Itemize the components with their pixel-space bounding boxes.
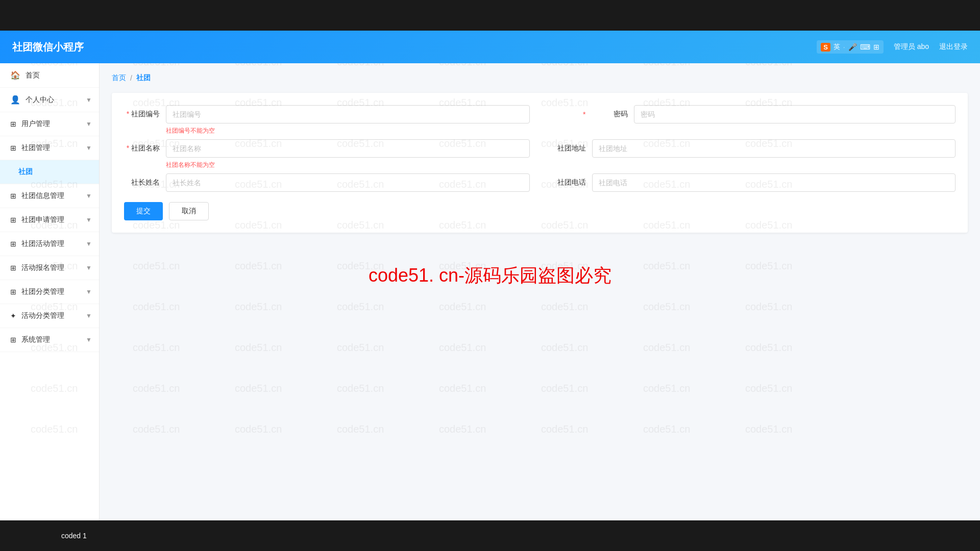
toolbar-s-icon: S	[821, 43, 830, 52]
sidebar-label-user-mgmt: 用户管理	[21, 119, 50, 129]
form-group-club-phone: 社团电话	[550, 173, 956, 192]
header: 社团微信小程序 S 英 · 🎤 ⌨ ⊞ 管理员 abo 退出登录	[0, 31, 980, 63]
form-row-3: 社长姓名 社团电话	[124, 173, 955, 192]
sidebar-label-club-info: 社团信息管理	[21, 191, 64, 201]
password-label: 密码	[592, 110, 628, 119]
activity-reg-arrow: ▼	[86, 264, 92, 271]
system-icon: ⊞	[10, 336, 16, 344]
sidebar-label-activity-reg: 活动报名管理	[21, 263, 64, 272]
sidebar-item-activity-reg[interactable]: ⊞ 活动报名管理 ▼	[0, 256, 99, 280]
president-input[interactable]	[166, 173, 530, 192]
activity-reg-icon: ⊞	[10, 264, 16, 272]
club-mgmt-icon: ⊞	[10, 144, 16, 152]
system-arrow: ▼	[86, 336, 92, 343]
club-phone-input[interactable]	[592, 173, 956, 192]
club-category-icon: ⊞	[10, 288, 16, 296]
club-category-arrow: ▼	[86, 288, 92, 295]
sidebar-label-club: 社团	[18, 167, 33, 177]
sidebar-item-club-mgmt[interactable]: ⊞ 社团管理 ▼	[0, 136, 99, 160]
club-info-arrow: ▼	[86, 192, 92, 199]
toolbar-lang: 英	[834, 42, 840, 52]
form-group-club-number: 社团编号 社团编号不能为空	[124, 105, 530, 135]
password-inline: * 密码	[550, 105, 956, 123]
sidebar-item-club[interactable]: 社团	[0, 160, 99, 184]
bottom-bar: coded 1	[0, 520, 980, 551]
club-phone-inline: 社团电话	[550, 173, 956, 192]
club-phone-label: 社团电话	[550, 178, 586, 187]
club-number-error: 社团编号不能为空	[166, 127, 530, 135]
sidebar-label-personal: 个人中心	[26, 95, 54, 105]
club-number-inline: 社团编号	[124, 105, 530, 123]
submit-button[interactable]: 提交	[124, 202, 163, 220]
club-mgmt-arrow: ▼	[86, 144, 92, 152]
sidebar-item-activity-category[interactable]: ✦ 活动分类管理 ▼	[0, 304, 99, 328]
toolbar-mic-icon: 🎤	[848, 43, 857, 51]
user-mgmt-icon: ⊞	[10, 120, 16, 128]
layout: 🏠 首页 👤 个人中心 ▼ ⊞ 用户管理 ▼ ⊞ 社团管理 ▼ 社团 ⊞ 社团信…	[0, 63, 980, 520]
club-name-inline: 社团名称	[124, 139, 530, 158]
club-apply-arrow: ▼	[86, 216, 92, 223]
header-right: S 英 · 🎤 ⌨ ⊞ 管理员 abo 退出登录	[817, 40, 968, 54]
sidebar-item-club-info[interactable]: ⊞ 社团信息管理 ▼	[0, 184, 99, 208]
breadcrumb-home[interactable]: 首页	[112, 73, 126, 83]
sidebar-item-personal[interactable]: 👤 个人中心 ▼	[0, 88, 99, 112]
personal-icon: 👤	[10, 95, 20, 105]
app-title: 社团微信小程序	[12, 40, 84, 54]
sidebar-item-system[interactable]: ⊞ 系统管理 ▼	[0, 328, 99, 352]
sidebar-label-club-activity: 社团活动管理	[21, 239, 64, 248]
password-input[interactable]	[634, 105, 956, 123]
president-label: 社长姓名	[124, 178, 160, 187]
sidebar-label-home: 首页	[26, 71, 40, 80]
toolbar-kbd-icon: ⌨	[860, 43, 870, 51]
sidebar-label-club-apply: 社团申请管理	[21, 215, 64, 224]
form-row-2: 社团名称 社团名称不能为空 社团地址	[124, 139, 955, 169]
club-apply-icon: ⊞	[10, 216, 16, 224]
toolbar-sep1: ·	[843, 43, 845, 51]
breadcrumb-separator: /	[130, 74, 132, 82]
sidebar-item-user-mgmt[interactable]: ⊞ 用户管理 ▼	[0, 112, 99, 136]
form-group-president: 社长姓名	[124, 173, 530, 192]
sidebar-item-club-category[interactable]: ⊞ 社团分类管理 ▼	[0, 280, 99, 304]
sidebar-item-home[interactable]: 🏠 首页	[0, 63, 99, 88]
sidebar-label-system: 系统管理	[21, 335, 50, 344]
toolbar-grid-icon: ⊞	[873, 43, 879, 51]
president-inline: 社长姓名	[124, 173, 530, 192]
club-address-label: 社团地址	[550, 144, 586, 153]
main-content: 首页 / 社团 社团编号 社团编号不能为空 * 密码	[100, 63, 980, 520]
bottom-label: coded 1	[61, 532, 87, 540]
header-toolbar: S 英 · 🎤 ⌨ ⊞	[817, 40, 884, 54]
activity-category-arrow: ▼	[86, 312, 92, 319]
breadcrumb: 首页 / 社团	[112, 73, 968, 83]
header-username: 管理员 abo	[894, 42, 929, 52]
home-icon: 🏠	[10, 70, 20, 80]
club-activity-arrow: ▼	[86, 240, 92, 247]
user-mgmt-arrow: ▼	[86, 120, 92, 128]
form-actions: 提交 取消	[124, 202, 955, 220]
cancel-button[interactable]: 取消	[169, 202, 209, 220]
form-group-club-address: 社团地址	[550, 139, 956, 158]
sidebar-label-club-mgmt: 社团管理	[21, 143, 50, 153]
form-group-club-name: 社团名称 社团名称不能为空	[124, 139, 530, 169]
sidebar-label-activity-category: 活动分类管理	[21, 311, 64, 320]
club-address-input[interactable]	[592, 139, 956, 158]
club-number-label: 社团编号	[124, 110, 160, 119]
club-info-icon: ⊞	[10, 192, 16, 200]
club-number-input[interactable]	[166, 105, 530, 123]
sidebar-label-club-category: 社团分类管理	[21, 287, 64, 296]
form-row-1: 社团编号 社团编号不能为空 * 密码	[124, 105, 955, 135]
sidebar-item-club-apply[interactable]: ⊞ 社团申请管理 ▼	[0, 208, 99, 232]
breadcrumb-current: 社团	[136, 73, 151, 83]
club-address-inline: 社团地址	[550, 139, 956, 158]
club-name-error: 社团名称不能为空	[166, 161, 530, 169]
form-group-password: * 密码	[550, 105, 956, 123]
activity-category-icon: ✦	[10, 312, 16, 320]
sidebar: 🏠 首页 👤 个人中心 ▼ ⊞ 用户管理 ▼ ⊞ 社团管理 ▼ 社团 ⊞ 社团信…	[0, 63, 100, 520]
personal-arrow: ▼	[86, 96, 92, 104]
club-activity-icon: ⊞	[10, 240, 16, 248]
password-asterisk: *	[550, 110, 586, 118]
club-name-input[interactable]	[166, 139, 530, 158]
top-bar	[0, 0, 980, 31]
club-name-label: 社团名称	[124, 144, 160, 153]
logout-button[interactable]: 退出登录	[939, 42, 968, 52]
sidebar-item-club-activity[interactable]: ⊞ 社团活动管理 ▼	[0, 232, 99, 256]
